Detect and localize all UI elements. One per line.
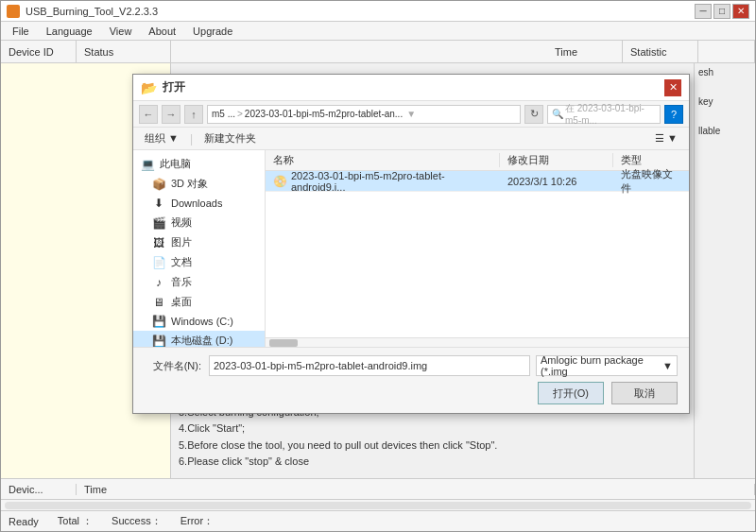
menu-language[interactable]: Language (39, 24, 100, 39)
address-sep: > (237, 109, 243, 119)
window-title: USB_Burning_Tool_V2.2.3.3 (26, 6, 158, 17)
scroll-track[interactable] (5, 502, 751, 509)
dialog-folder-icon: 📂 (141, 80, 157, 95)
dialog-title-text: 打开 (163, 79, 185, 95)
nav-up-button[interactable]: ↑ (184, 105, 203, 124)
computer-icon: 💻 (141, 158, 154, 171)
nav-item-desktop[interactable]: 🖥 桌面 (133, 292, 265, 312)
nav-label-docs: 文档 (171, 255, 192, 269)
videos-icon: 🎬 (152, 216, 165, 230)
file-list-container: 名称 修改日期 类型 📀 2023-03-01-bpi-m5-m2pro-tab… (266, 150, 689, 347)
col-type-header: 类型 (613, 153, 689, 167)
nav-label-drive-c: Windows (C:) (171, 316, 233, 327)
menu-bar: File Language View About Upgrade (1, 22, 755, 41)
dialog-open-button[interactable]: 打开(O) (538, 382, 604, 404)
nav-item-music[interactable]: ♪ 音乐 (133, 272, 265, 292)
hscroll-thumb[interactable] (269, 339, 298, 347)
nav-label-computer: 此电脑 (160, 157, 191, 171)
window-controls: ─ □ ✕ (695, 4, 749, 19)
nav-refresh-button[interactable]: ↻ (524, 105, 543, 124)
address-bar[interactable]: m5 ... > 2023-03-01-bpi-m5-m2pro-tablet-… (207, 105, 521, 124)
file-row[interactable]: 📀 2023-03-01-bpi-m5-m2pro-tablet-android… (266, 171, 689, 192)
nav-back-button[interactable]: ← (139, 105, 158, 124)
nav-item-drive-d[interactable]: 💾 本地磁盘 (D:) (133, 331, 265, 347)
dialog-footer-row1: 文件名(N): Amlogic burn package (*.img ▼ (145, 355, 678, 376)
nav-label-music: 音乐 (171, 275, 192, 289)
table-header: Device ID Status Time Statistic (1, 41, 755, 63)
organize-button[interactable]: 组织 ▼ (141, 129, 182, 147)
instruction-line-4: 4.Click "Start"; (179, 420, 686, 438)
nav-item-3d[interactable]: 📦 3D 对象 (133, 174, 265, 194)
nav-item-docs[interactable]: 📄 文档 (133, 252, 265, 272)
filetype-text: Amlogic burn package (*.img (541, 354, 662, 377)
status-total: Total ： (58, 514, 93, 528)
dialog-footer-row2: 打开(O) 取消 (145, 382, 678, 404)
nav-label-3d: 3D 对象 (171, 177, 208, 191)
drive-d-icon: 💾 (152, 335, 165, 348)
menu-upgrade[interactable]: Upgrade (185, 24, 240, 39)
file-date: 2023/3/1 10:26 (500, 176, 613, 187)
app-icon (7, 5, 20, 18)
downloads-icon: ⬇ (152, 197, 165, 210)
close-button[interactable]: ✕ (732, 4, 749, 19)
dialog-file-list: 名称 修改日期 类型 📀 2023-03-01-bpi-m5-m2pro-tab… (266, 150, 689, 337)
col-status: Status (77, 41, 171, 62)
menu-about[interactable]: About (141, 24, 183, 39)
help-button[interactable]: ? (664, 105, 683, 124)
view-options-button[interactable]: ☰ ▼ (651, 130, 681, 146)
dialog-sub-toolbar: 组织 ▼ | 新建文件夹 ☰ ▼ (133, 128, 689, 150)
pictures-icon: 🖼 (152, 236, 165, 249)
instructions-panel: 3.Select burning configuration; 4.Click … (179, 404, 686, 471)
desktop-icon: 🖥 (152, 296, 165, 309)
file-dialog: 📂 打开 ✕ ← → ↑ m5 ... > 2023-03-01-bpi-m5-… (132, 74, 690, 414)
file-name-text: 2023-03-01-bpi-m5-m2pro-tablet-android9.… (291, 170, 492, 193)
nav-item-downloads[interactable]: ⬇ Downloads (133, 194, 265, 213)
menu-file[interactable]: File (5, 24, 37, 39)
sub-toolbar-separator: | (190, 132, 193, 146)
maximize-button[interactable]: □ (713, 4, 730, 19)
col-device-id: Device ID (1, 41, 77, 62)
label-llable: llable (698, 126, 751, 136)
nav-label-desktop: 桌面 (171, 295, 192, 309)
address-part1: m5 ... (212, 109, 235, 119)
address-dropdown-icon[interactable]: ▼ (406, 109, 416, 119)
file-type: 光盘映像文件 (613, 167, 689, 196)
address-part2: 2023-03-01-bpi-m5-m2pro-tablet-an... (245, 109, 403, 119)
filetype-select[interactable]: Amlogic burn package (*.img ▼ (536, 355, 678, 376)
nav-item-videos[interactable]: 🎬 视频 (133, 213, 265, 232)
filename-area: Amlogic burn package (*.img ▼ (209, 355, 678, 376)
search-placeholder: 在 2023-03-01-bpi-m5-m... (565, 102, 656, 126)
menu-view[interactable]: View (102, 24, 140, 39)
filename-label: 文件名(N): (145, 359, 201, 373)
music-icon: ♪ (152, 276, 165, 289)
dialog-title-bar: 📂 打开 ✕ (133, 75, 689, 101)
minimize-button[interactable]: ─ (695, 4, 712, 19)
search-box[interactable]: 🔍 在 2023-03-01-bpi-m5-m... (547, 105, 661, 124)
status-bar: Ready Total ： Success： Error： (1, 510, 755, 531)
nav-forward-button[interactable]: → (162, 105, 180, 124)
right-labels: esh key llable (694, 63, 755, 478)
file-icon: 📀 (273, 175, 287, 188)
nav-item-pictures[interactable]: 🖼 图片 (133, 232, 265, 252)
status-ready: Ready (9, 516, 39, 527)
dialog-cancel-button[interactable]: 取消 (611, 382, 678, 404)
file-list-hscroll[interactable] (266, 337, 689, 347)
status-success: Success： (112, 514, 162, 528)
col-name-header: 名称 (266, 153, 500, 167)
new-folder-button[interactable]: 新建文件夹 (200, 129, 260, 147)
footer-time: Time (77, 484, 755, 495)
docs-icon: 📄 (152, 256, 165, 269)
instruction-line-5: 5.Before close the tool, you need to pul… (179, 438, 686, 455)
dialog-title-left: 📂 打开 (141, 79, 185, 95)
dialog-toolbar: ← → ↑ m5 ... > 2023-03-01-bpi-m5-m2pro-t… (133, 101, 689, 128)
nav-label-videos: 视频 (171, 215, 192, 230)
dialog-close-button[interactable]: ✕ (664, 79, 681, 96)
nav-item-drive-c[interactable]: 💾 Windows (C:) (133, 312, 265, 331)
dialog-footer: 文件名(N): Amlogic burn package (*.img ▼ 打开… (133, 347, 689, 413)
filename-input[interactable] (209, 355, 530, 376)
nav-label-downloads: Downloads (171, 197, 222, 209)
col-statistic: Statistic (623, 41, 698, 62)
dialog-body: 💻 此电脑 📦 3D 对象 ⬇ Downloads 🎬 视频 🖼 图 (133, 150, 689, 347)
nav-item-computer[interactable]: 💻 此电脑 (133, 154, 265, 174)
bottom-scrollbar[interactable] (1, 499, 755, 510)
